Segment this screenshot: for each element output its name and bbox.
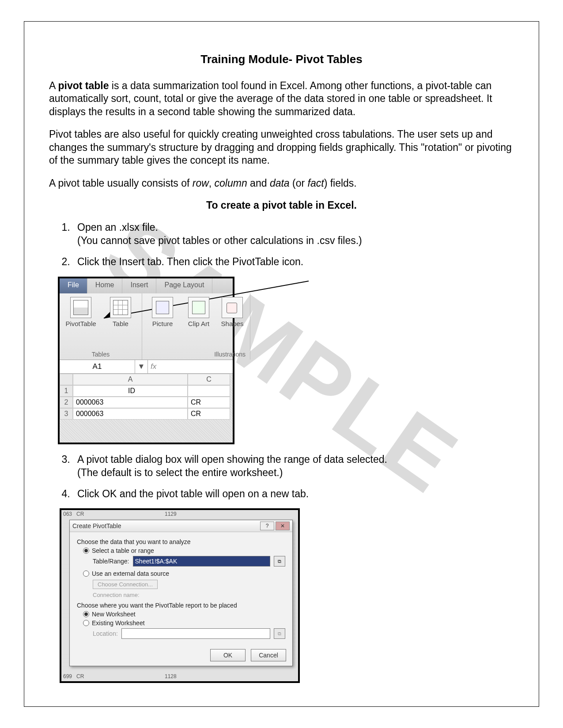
- text: ,: [209, 177, 215, 189]
- radio-dot-icon: [83, 620, 89, 626]
- paragraph-1: A pivot table is a data summarization to…: [49, 79, 514, 118]
- bg-cell: CR: [76, 511, 165, 518]
- range-picker-button[interactable]: ⧉: [274, 556, 285, 567]
- radio-existing-worksheet[interactable]: Existing Worksheet: [83, 619, 285, 627]
- steps-list: Open an .xlsx file. (You cannot save piv…: [53, 221, 514, 269]
- select-all-corner[interactable]: [60, 374, 73, 385]
- step-2: Click the Insert tab. Then click the Piv…: [73, 255, 514, 269]
- radio-external-source[interactable]: Use an external data source: [83, 570, 285, 577]
- radio-external-label: Use an external data source: [92, 570, 169, 577]
- tab-insert[interactable]: Insert: [122, 278, 156, 293]
- text: A: [49, 80, 58, 91]
- radio-existing-ws-label: Existing Worksheet: [92, 619, 145, 627]
- clipart-button[interactable]: Clip Art: [186, 297, 211, 327]
- text: and: [247, 177, 270, 189]
- pivottable-label: PivotTable: [65, 320, 96, 327]
- group-tables-label: Tables: [64, 351, 137, 359]
- row-header-1[interactable]: 1: [60, 385, 73, 397]
- row-header-3[interactable]: 3: [60, 408, 73, 420]
- label-location: Location:: [93, 630, 118, 637]
- row-header-2[interactable]: 2: [60, 397, 73, 408]
- text: (or: [290, 177, 308, 189]
- picture-icon: [152, 297, 173, 318]
- label-table-range: Table/Range:: [93, 558, 129, 565]
- term-data: data: [270, 177, 290, 189]
- step-1: Open an .xlsx file. (You cannot save piv…: [73, 221, 514, 248]
- tab-file[interactable]: File: [60, 278, 87, 293]
- step-4: Click OK and the pivot table will open o…: [73, 488, 514, 501]
- screenshot-dialog: 063CR1129 699CR1128 Create PivotTable ? …: [60, 508, 300, 683]
- step-4-text: Click OK and the pivot table will open o…: [77, 488, 309, 499]
- radio-dot-icon: [83, 611, 89, 617]
- cell-c3[interactable]: CR: [188, 408, 230, 420]
- cancel-button[interactable]: Cancel: [251, 649, 286, 661]
- clipart-label: Clip Art: [188, 320, 209, 327]
- paragraph-2: Pivot tables are also useful for quickly…: [49, 128, 514, 167]
- step-3-text: A pivot table dialog box will open showi…: [77, 454, 387, 465]
- term-row: row: [193, 177, 209, 189]
- picture-label: Picture: [152, 320, 173, 327]
- term-fact: fact: [308, 177, 324, 189]
- cell-c2[interactable]: CR: [188, 397, 230, 408]
- label-choose-place: Choose where you want the PivotTable rep…: [77, 602, 285, 609]
- pivottable-button[interactable]: PivotTable: [65, 297, 97, 327]
- dialog-close-button[interactable]: ✕: [276, 522, 290, 530]
- radio-new-ws-label: New Worksheet: [92, 611, 136, 618]
- tab-home[interactable]: Home: [87, 278, 123, 293]
- radio-select-range[interactable]: Select a table or range: [83, 547, 285, 554]
- col-header-a[interactable]: A: [73, 374, 188, 385]
- group-illustrations-label: Illustrations: [147, 351, 246, 359]
- radio-new-worksheet[interactable]: New Worksheet: [83, 611, 285, 618]
- cell-a2[interactable]: 0000063: [73, 397, 188, 408]
- text: is a data summarization tool found in Ex…: [49, 80, 492, 117]
- table-label: Table: [113, 320, 128, 327]
- bg-cell: 1128: [165, 673, 191, 680]
- text: ) fields.: [324, 177, 357, 189]
- radio-select-range-label: Select a table or range: [92, 547, 154, 554]
- name-box-dropdown[interactable]: ▼: [135, 360, 148, 373]
- steps-list-cont: A pivot table dialog box will open showi…: [53, 453, 514, 501]
- shapes-button[interactable]: Shapes: [219, 297, 246, 327]
- choose-connection-button: Choose Connection...: [93, 580, 158, 589]
- name-box[interactable]: A1: [60, 360, 135, 373]
- text: A pivot table usually consists of: [49, 177, 193, 189]
- screenshot-ribbon: File Home Insert Page Layout PivotTable …: [58, 277, 234, 444]
- table-button[interactable]: Table: [105, 297, 136, 327]
- radio-dot-icon: [83, 570, 89, 577]
- step-3: A pivot table dialog box will open showi…: [73, 453, 514, 480]
- connection-name-label: Connection name:: [93, 592, 285, 598]
- bg-cell: 063: [63, 511, 76, 518]
- dialog-help-button[interactable]: ?: [260, 522, 274, 530]
- label-choose-data: Choose the data that you want to analyze: [77, 538, 285, 545]
- bg-cell: CR: [76, 673, 165, 680]
- step-1-text: Open an .xlsx file.: [77, 221, 158, 233]
- term-column: column: [215, 177, 247, 189]
- dialog-title: Create PivotTable: [72, 522, 121, 529]
- page-title: Training Module- Pivot Tables: [49, 53, 514, 66]
- bg-cell: 699: [63, 673, 76, 680]
- radio-dot-icon: [83, 548, 89, 554]
- step-2-text: Click the Insert tab. Then click the Piv…: [77, 256, 303, 267]
- cell-a1[interactable]: ID: [73, 385, 188, 397]
- clipart-icon: [188, 297, 209, 318]
- shapes-icon: [222, 297, 243, 318]
- subheading-create: To create a pivot table in Excel.: [49, 199, 514, 211]
- step-1-note: (You cannot save pivot tables or other c…: [77, 234, 514, 248]
- pivottable-icon: [70, 297, 91, 318]
- cell-a3[interactable]: 0000063: [73, 408, 188, 420]
- cell-c1[interactable]: [188, 385, 230, 397]
- location-input[interactable]: [121, 628, 270, 639]
- step-3-note: (The default is to select the entire wor…: [77, 466, 514, 480]
- table-icon: [110, 297, 131, 318]
- shapes-label: Shapes: [221, 320, 244, 327]
- term-pivot-table: pivot table: [58, 80, 109, 91]
- table-range-input[interactable]: Sheet1!$A:$AK: [133, 556, 270, 567]
- picture-button[interactable]: Picture: [147, 297, 178, 327]
- location-picker-button[interactable]: ⧉: [274, 628, 285, 639]
- col-header-c[interactable]: C: [188, 374, 230, 385]
- bg-cell: 1129: [165, 511, 191, 518]
- worksheet-grid[interactable]: A C 1 ID 2 0000063 CR 3 0000063 CR: [60, 374, 233, 420]
- create-pivottable-dialog: Create PivotTable ? ✕ Choose the data th…: [69, 520, 293, 666]
- tab-page-layout[interactable]: Page Layout: [156, 278, 212, 293]
- ok-button[interactable]: OK: [210, 649, 246, 661]
